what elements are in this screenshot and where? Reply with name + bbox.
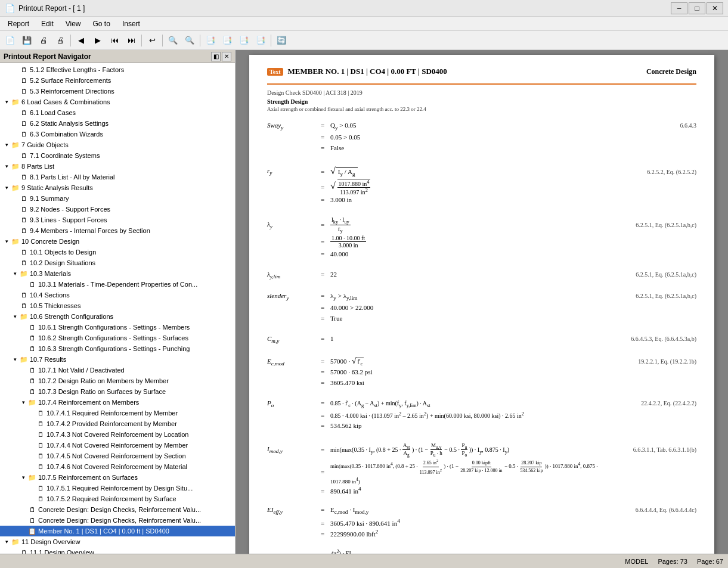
toggle-10.7.4[interactable]: ▾: [19, 398, 27, 406]
tree-item-10.7.4[interactable]: ▾ 📁 10.7.4 Reinforcement on Members: [0, 397, 235, 408]
tree-item-9.4[interactable]: 🗒 9.4 Members - Internal Forces by Secti…: [0, 225, 235, 236]
toggle-10.7.5.1[interactable]: [27, 484, 36, 492]
tree-item-10.3.1[interactable]: 🗒 10.3.1 Materials - Time-Dependent Prop…: [0, 279, 235, 290]
tree-item-9[interactable]: ▾ 📁 9 Static Analysis Results: [0, 182, 235, 193]
toggle-6.2[interactable]: [11, 119, 19, 128]
tree-item-6.2[interactable]: 🗒 6.2 Static Analysis Settings: [0, 118, 235, 129]
first-button[interactable]: ⏮: [107, 33, 122, 48]
toggle-10.7.4.6[interactable]: [27, 463, 36, 471]
toggle-10.4[interactable]: [11, 291, 19, 299]
tree-item-10.7.4.2[interactable]: 🗒 10.7.4.2 Provided Reinforcement by Mem…: [0, 418, 235, 429]
toggle-9.3[interactable]: [11, 216, 19, 224]
toggle-10.7.1[interactable]: [19, 366, 27, 374]
tree-item-10.7.3[interactable]: 🗒 10.7.3 Design Ratio on Surfaces by Sur…: [0, 386, 235, 397]
toggle-11.1[interactable]: [11, 548, 19, 554]
toggle-10.6.2[interactable]: [19, 334, 27, 342]
menu-report[interactable]: Report: [2, 18, 35, 30]
tree-item-10.6.2[interactable]: 🗒 10.6.2 Strength Configurations - Setti…: [0, 333, 235, 343]
refresh-button[interactable]: 🔄: [274, 33, 289, 48]
tree-item-8[interactable]: ▾ 📁 8 Parts List: [0, 161, 235, 172]
toggle-10.7.4.1[interactable]: [27, 409, 36, 417]
return-button[interactable]: ↩: [144, 33, 160, 48]
tree-item-10.6[interactable]: ▾ 📁 10.6 Strength Configurations: [0, 311, 235, 322]
menu-edit[interactable]: Edit: [36, 18, 59, 30]
tree-item-cd1[interactable]: 🗒 Concrete Design: Design Checks, Reinfo…: [0, 504, 235, 515]
print2-button[interactable]: 🖨: [52, 33, 68, 48]
toggle-cd2[interactable]: [19, 516, 27, 524]
tree-item-6[interactable]: ▾ 📁 6 Load Cases & Combinations: [0, 97, 235, 107]
new-button[interactable]: 📄: [2, 33, 18, 48]
prev-button[interactable]: ◀: [73, 33, 89, 48]
toggle-10.7.4.2[interactable]: [27, 420, 36, 428]
toggle-10.7.3[interactable]: [19, 387, 27, 396]
next-button[interactable]: ▶: [90, 33, 106, 48]
maximize-button[interactable]: □: [689, 2, 705, 14]
navigator-close-button[interactable]: ✕: [222, 52, 231, 61]
toggle-10.5[interactable]: [11, 302, 19, 310]
export3-button[interactable]: 📑: [236, 33, 252, 48]
tree-item-cd2[interactable]: 🗒 Concrete Design: Design Checks, Reinfo…: [0, 515, 235, 526]
last-button[interactable]: ⏭: [123, 33, 139, 48]
tree-item-6.3[interactable]: 🗒 6.3 Combination Wizards: [0, 129, 235, 139]
toggle-10.6[interactable]: ▾: [11, 312, 19, 321]
toggle-10.7.4.4[interactable]: [27, 441, 36, 449]
toggle-5.2[interactable]: [11, 76, 19, 85]
tree-item-10.7.5.1[interactable]: 🗒 10.7.5.1 Required Reinforcement by Des…: [0, 483, 235, 493]
close-button[interactable]: ✕: [707, 2, 723, 14]
toggle-10.7[interactable]: ▾: [11, 355, 19, 364]
zoom-out-button[interactable]: 🔍: [182, 33, 197, 48]
minimize-button[interactable]: –: [671, 2, 687, 14]
tree-item-10.7.4.3[interactable]: 🗒 10.7.4.3 Not Covered Reinforcement by …: [0, 429, 235, 440]
toggle-7.1[interactable]: [11, 151, 19, 160]
tree-item-10.6.3[interactable]: 🗒 10.6.3 Strength Configurations - Setti…: [0, 343, 235, 354]
tree-item-10.7.5.2[interactable]: 🗒 10.7.5.2 Required Reinforcement by Sur…: [0, 493, 235, 504]
tree-item-10.3[interactable]: ▾ 📁 10.3 Materials: [0, 268, 235, 279]
content-area[interactable]: Text MEMBER NO. 1 | DS1 | CO4 | 0.00 FT …: [236, 50, 728, 554]
menu-insert[interactable]: Insert: [117, 18, 145, 30]
toggle-10.7.4.3[interactable]: [27, 430, 36, 439]
tree-item-10.7.4.6[interactable]: 🗒 10.7.4.6 Not Covered Reinforcement by …: [0, 461, 235, 472]
toggle-9.1[interactable]: [11, 194, 19, 203]
export2-button[interactable]: 📑: [219, 33, 235, 48]
toggle-6.1[interactable]: [11, 108, 19, 117]
toggle-9.4[interactable]: [11, 226, 19, 235]
toggle-10.6.1[interactable]: [19, 323, 27, 331]
toggle-10.3.1[interactable]: [19, 280, 27, 288]
toggle-10.2[interactable]: [11, 259, 19, 267]
toggle-member1[interactable]: [19, 527, 27, 535]
toggle-5.3[interactable]: [11, 87, 19, 95]
export4-button[interactable]: 📑: [253, 33, 268, 48]
toggle-10[interactable]: ▾: [2, 237, 11, 246]
toggle-10.1[interactable]: [11, 248, 19, 256]
toggle-6[interactable]: ▾: [2, 98, 11, 106]
tree-item-10.1[interactable]: 🗒 10.1 Objects to Design: [0, 247, 235, 257]
tree-item-6.1[interactable]: 🗒 6.1 Load Cases: [0, 107, 235, 118]
tree-item-10.7.4.4[interactable]: 🗒 10.7.4.4 Not Covered Reinforcement by …: [0, 440, 235, 451]
toggle-10.7.5[interactable]: ▾: [19, 473, 27, 482]
toggle-9[interactable]: ▾: [2, 184, 11, 192]
toggle-7[interactable]: ▾: [2, 141, 11, 149]
tree-item-10.7[interactable]: ▾ 📁 10.7 Results: [0, 354, 235, 365]
tree-item-member1[interactable]: 📋 Member No. 1 | DS1 | CO4 | 0.00 ft | S…: [0, 526, 235, 536]
tree-item-10.5[interactable]: 🗒 10.5 Thicknesses: [0, 300, 235, 311]
navigator-restore-button[interactable]: ◧: [211, 52, 221, 61]
tree-item-10.4[interactable]: 🗒 10.4 Sections: [0, 290, 235, 300]
tree-item-10.7.2[interactable]: 🗒 10.7.2 Design Ratio on Members by Memb…: [0, 375, 235, 386]
toggle-11[interactable]: ▾: [2, 538, 11, 546]
tree-item-10.7.1[interactable]: 🗒 10.7.1 Not Valid / Deactivated: [0, 365, 235, 375]
tree-item-11.1[interactable]: 🗒 11.1 Design Overview: [0, 547, 235, 554]
toggle-5.1.2[interactable]: [11, 66, 19, 74]
tree-item-11[interactable]: ▾ 📁 11 Design Overview: [0, 536, 235, 547]
tree-item-7.1[interactable]: 🗒 7.1 Coordinate Systems: [0, 150, 235, 161]
toggle-10.3[interactable]: ▾: [11, 269, 19, 278]
toggle-10.7.4.5[interactable]: [27, 452, 36, 460]
tree-item-7[interactable]: ▾ 📁 7 Guide Objects: [0, 139, 235, 150]
toggle-10.7.2[interactable]: [19, 377, 27, 385]
tree-item-5.2[interactable]: 🗒 5.2 Surface Reinforcements: [0, 75, 235, 86]
print-button[interactable]: 🖨: [36, 33, 51, 48]
navigator-tree[interactable]: 🗒 5.1.2 Effective Lengths - Factors 🗒 5.…: [0, 63, 235, 554]
tree-item-10.7.4.5[interactable]: 🗒 10.7.4.5 Not Covered Reinforcement by …: [0, 451, 235, 461]
tree-item-10.6.1[interactable]: 🗒 10.6.1 Strength Configurations - Setti…: [0, 322, 235, 333]
export1-button[interactable]: 📑: [203, 33, 218, 48]
tree-item-5.1.2[interactable]: 🗒 5.1.2 Effective Lengths - Factors: [0, 64, 235, 75]
